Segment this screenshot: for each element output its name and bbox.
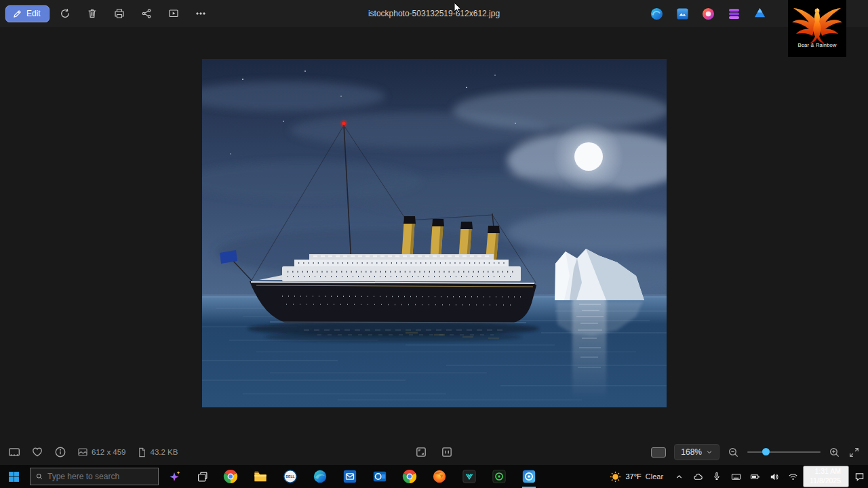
speaker-icon: [769, 472, 779, 482]
weather-sun-icon: [610, 471, 621, 483]
zoom-out-button[interactable]: [728, 447, 739, 458]
topbar-app-icon-1[interactable]: [650, 7, 663, 20]
sparkle-icon: [169, 470, 181, 483]
fullscreen-icon: [848, 447, 860, 458]
filmstrip-toggle-button[interactable]: [8, 446, 20, 458]
topbar-app-icon-3[interactable]: [701, 7, 715, 20]
task-view-button[interactable]: [189, 465, 216, 488]
taskbar-weather[interactable]: 37°F Clear: [604, 471, 669, 483]
edit-button[interactable]: Edit: [5, 5, 50, 22]
topbar-app-icon-2[interactable]: [675, 7, 689, 20]
taskbar-app-outlook[interactable]: [365, 465, 395, 488]
outlook-icon: [372, 469, 387, 484]
filmstrip-icon: [8, 446, 20, 458]
canvas-background-toggle[interactable]: [651, 447, 666, 458]
edit-button-label: Edit: [26, 9, 41, 18]
taskbar-app-chrome[interactable]: [216, 465, 245, 488]
task-view-icon: [197, 471, 208, 483]
rotate-button[interactable]: [54, 4, 77, 23]
dark-teal-tile-icon: [462, 469, 477, 484]
start-button[interactable]: [0, 465, 27, 488]
touch-keyboard-tray-icon[interactable]: [727, 465, 745, 488]
print-button[interactable]: [108, 4, 131, 23]
dark-green-tile-icon: [492, 469, 507, 484]
top-toolbar: Edit istockphoto-503132519-612x612.jpg: [0, 0, 868, 27]
taskbar-app-dark-tile-1[interactable]: [454, 465, 484, 488]
view-mode-group: [415, 446, 453, 458]
volume-tray-icon[interactable]: [765, 465, 783, 488]
file-size: 43.2 KB: [137, 447, 178, 458]
more-ellipsis-icon: [195, 8, 206, 19]
zoom-level-dropdown[interactable]: 168%: [674, 444, 719, 460]
system-tray: 37°F Clear: [604, 465, 868, 488]
chevron-down-icon: [706, 449, 713, 455]
filesize-value: 43.2 KB: [151, 448, 178, 456]
taskbar-app-chrome-2[interactable]: [395, 465, 425, 488]
taskbar-app-dell[interactable]: DELL: [275, 465, 305, 488]
zoom-slider-track[interactable]: [747, 451, 821, 453]
edit-pencil-icon: [12, 9, 22, 19]
clock-time: 1:31 AM: [810, 467, 841, 476]
recording-watermark: Bear & Rainbow: [788, 0, 846, 57]
battery-tray-icon[interactable]: [746, 465, 764, 488]
action-center-button[interactable]: [850, 465, 868, 488]
keyboard-icon: [731, 472, 741, 482]
taskbar-app-edge[interactable]: [305, 465, 335, 488]
taskbar-app-photos[interactable]: [514, 465, 544, 488]
photo-image[interactable]: [202, 59, 667, 407]
topbar-app-icon-5[interactable]: [753, 7, 766, 20]
more-options-button[interactable]: [189, 4, 212, 23]
heart-icon: [31, 446, 43, 458]
wifi-icon: [788, 472, 798, 482]
taskbar-app-dark-tile-2[interactable]: [484, 465, 514, 488]
windows-logo-icon: [8, 471, 20, 483]
zoom-to-fit-button[interactable]: [415, 446, 427, 458]
fit-to-window-icon: [415, 446, 427, 458]
actual-size-button[interactable]: [441, 446, 453, 458]
image-dimensions: 612 x 459: [77, 447, 126, 458]
weather-condition: Clear: [646, 472, 663, 481]
photos-app-icon: [521, 469, 536, 484]
weather-temp: 37°F: [625, 472, 641, 481]
cloud-icon: [693, 472, 703, 482]
search-highlights-button[interactable]: [161, 465, 189, 488]
zoom-level-value: 168%: [681, 447, 702, 457]
dell-icon: DELL: [283, 469, 298, 484]
file-info-button[interactable]: [54, 446, 66, 458]
action-center-icon: [854, 472, 865, 482]
microphone-tray-icon[interactable]: [708, 465, 726, 488]
show-hidden-icons-button[interactable]: [670, 465, 688, 488]
search-input[interactable]: [47, 472, 153, 481]
file-icon: [137, 447, 147, 458]
dimensions-value: 612 x 459: [92, 448, 126, 456]
network-tray-icon[interactable]: [784, 465, 802, 488]
zoom-in-button[interactable]: [829, 447, 840, 458]
toolbar-overlay-icons: [650, 7, 766, 20]
info-icon: [54, 446, 66, 458]
zoom-in-icon: [829, 447, 840, 458]
zoom-controls-group: 168%: [651, 444, 860, 460]
slideshow-icon: [168, 8, 179, 19]
dell-label: DELL: [286, 475, 295, 479]
taskbar-search[interactable]: [30, 468, 159, 485]
taskbar-clock[interactable]: 1:31 AM 11/8/2025: [803, 466, 849, 487]
actual-size-icon: [441, 446, 453, 458]
chrome-icon-2: [402, 469, 417, 484]
clock-date: 11/8/2025: [810, 476, 841, 486]
onedrive-tray-icon[interactable]: [689, 465, 707, 488]
fullscreen-button[interactable]: [848, 447, 860, 458]
slideshow-button[interactable]: [162, 4, 185, 23]
topbar-app-icon-4[interactable]: [727, 7, 741, 20]
rotate-icon: [60, 8, 71, 19]
taskbar-app-blue-tile[interactable]: [335, 465, 365, 488]
file-explorer-icon: [253, 469, 268, 484]
zoom-slider[interactable]: [747, 447, 821, 457]
firefox-icon: [432, 469, 447, 484]
zoom-slider-thumb[interactable]: [762, 448, 770, 455]
share-button[interactable]: [135, 4, 158, 23]
taskbar-app-firefox[interactable]: [425, 465, 454, 488]
mouse-cursor: [453, 2, 462, 14]
taskbar-app-file-explorer[interactable]: [245, 465, 275, 488]
delete-button[interactable]: [81, 4, 104, 23]
favorite-button[interactable]: [31, 446, 43, 458]
